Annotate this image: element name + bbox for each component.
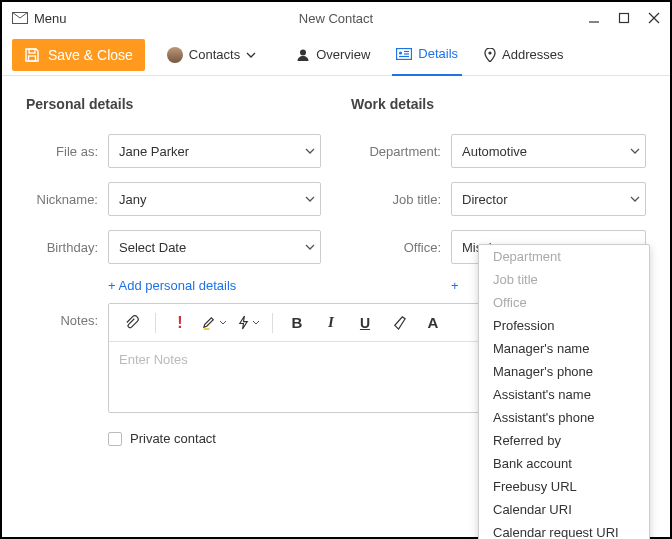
add-work-details-link[interactable]: +	[451, 278, 459, 293]
svg-rect-2	[620, 14, 629, 23]
separator	[155, 313, 156, 333]
work-heading: Work details	[351, 96, 646, 112]
jobtitle-input[interactable]	[451, 182, 646, 216]
minimize-button[interactable]	[588, 12, 600, 24]
priority-button[interactable]: !	[166, 309, 194, 337]
add-personal-details-link[interactable]: + Add personal details	[108, 278, 321, 293]
file-as-input[interactable]	[108, 134, 321, 168]
brush-icon	[392, 315, 407, 330]
contacts-label: Contacts	[189, 47, 240, 62]
dropdown-item[interactable]: Assistant's name	[479, 383, 649, 406]
underline-icon: U	[360, 315, 370, 331]
close-button[interactable]	[648, 12, 660, 24]
toolbar: Save & Close Contacts Overview Details A…	[2, 34, 670, 76]
save-button-label: Save & Close	[48, 47, 133, 63]
tab-addresses[interactable]: Addresses	[480, 34, 567, 76]
dropdown-item[interactable]: Manager's name	[479, 337, 649, 360]
personal-details-section: Personal details File as: Nickname: Birt…	[26, 96, 321, 293]
tab-details[interactable]: Details	[392, 34, 462, 76]
paperclip-icon	[124, 315, 139, 330]
tab-addresses-label: Addresses	[502, 47, 563, 62]
file-as-label: File as:	[26, 144, 98, 159]
italic-icon: I	[328, 314, 334, 331]
save-icon	[24, 47, 40, 63]
highlight-button[interactable]	[200, 309, 228, 337]
personal-heading: Personal details	[26, 96, 321, 112]
card-icon	[396, 48, 412, 60]
pin-icon	[484, 48, 496, 62]
dropdown-item: Office	[479, 291, 649, 314]
bold-button[interactable]: B	[283, 309, 311, 337]
svg-point-9	[399, 51, 402, 54]
exclamation-icon: !	[177, 314, 182, 332]
private-contact-label: Private contact	[130, 431, 216, 446]
department-input[interactable]	[451, 134, 646, 168]
notes-label: Notes:	[26, 303, 98, 328]
contacts-dropdown[interactable]: Contacts	[163, 34, 260, 76]
dropdown-item: Department	[479, 245, 649, 268]
lightning-icon	[237, 315, 250, 330]
dropdown-item[interactable]: Referred by	[479, 429, 649, 452]
dropdown-item[interactable]: Calendar request URI	[479, 521, 649, 539]
tab-overview[interactable]: Overview	[292, 34, 374, 76]
underline-button[interactable]: U	[351, 309, 379, 337]
nickname-label: Nickname:	[26, 192, 98, 207]
tab-details-label: Details	[418, 46, 458, 61]
highlighter-icon	[202, 315, 217, 330]
window-title: New Contact	[2, 11, 670, 26]
svg-point-13	[488, 51, 491, 54]
quick-actions-button[interactable]	[234, 309, 262, 337]
titlebar: Menu New Contact	[2, 2, 670, 34]
attachment-button[interactable]	[117, 309, 145, 337]
clear-format-button[interactable]	[385, 309, 413, 337]
office-label: Office:	[351, 240, 441, 255]
italic-button[interactable]: I	[317, 309, 345, 337]
dropdown-item[interactable]: Profession	[479, 314, 649, 337]
birthday-label: Birthday:	[26, 240, 98, 255]
add-work-details-dropdown: DepartmentJob titleOfficeProfessionManag…	[478, 244, 650, 539]
save-and-close-button[interactable]: Save & Close	[12, 39, 145, 71]
nickname-input[interactable]	[108, 182, 321, 216]
dropdown-item[interactable]: Calendar URI	[479, 498, 649, 521]
separator	[272, 313, 273, 333]
svg-point-7	[300, 49, 306, 55]
chevron-down-icon	[246, 52, 256, 58]
dropdown-item[interactable]: Assistant's phone	[479, 406, 649, 429]
font-icon: A	[428, 314, 439, 331]
bold-icon: B	[292, 314, 303, 331]
avatar-icon	[167, 47, 183, 63]
envelope-icon	[12, 12, 28, 24]
dropdown-item[interactable]: Freebusy URL	[479, 475, 649, 498]
font-button[interactable]: A	[419, 309, 447, 337]
person-icon	[296, 48, 310, 62]
dropdown-item[interactable]: Manager's phone	[479, 360, 649, 383]
birthday-input[interactable]	[108, 230, 321, 264]
dropdown-item: Job title	[479, 268, 649, 291]
private-contact-checkbox[interactable]	[108, 432, 122, 446]
department-label: Department:	[351, 144, 441, 159]
dropdown-item[interactable]: Bank account	[479, 452, 649, 475]
svg-rect-5	[29, 49, 35, 53]
jobtitle-label: Job title:	[351, 192, 441, 207]
maximize-button[interactable]	[618, 12, 630, 24]
menu-button[interactable]: Menu	[34, 11, 67, 26]
tab-overview-label: Overview	[316, 47, 370, 62]
